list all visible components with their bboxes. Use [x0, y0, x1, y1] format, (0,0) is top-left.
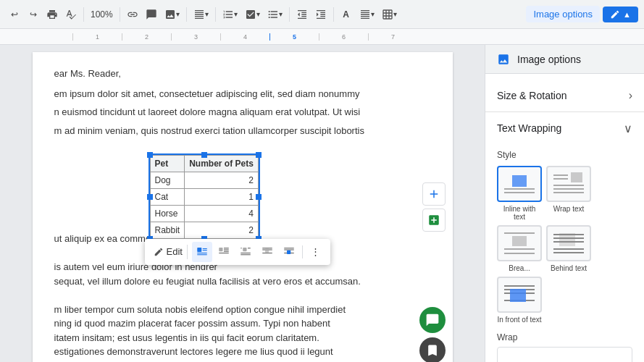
ft-more-btn[interactable]: ⋮: [306, 242, 326, 262]
ruler-mark-4: 4: [220, 33, 269, 41]
edit-image-side-icon[interactable]: [422, 209, 446, 232]
svg-rect-0: [197, 248, 201, 252]
panel-title: Image options: [517, 54, 581, 65]
indent-inc-button[interactable]: [312, 4, 330, 25]
panel-header-icon: [497, 53, 510, 66]
ruler-mark-5: 5: [269, 33, 319, 41]
table-cell-pet: Dog: [150, 172, 185, 189]
table-header-pet: Pet: [150, 156, 185, 172]
style-card-inline[interactable]: Inline with text: [497, 166, 542, 221]
svg-rect-32: [512, 236, 527, 246]
main-toolbar: ↩ ↪ 100% ▾ ▾ ▾ ▾ ▾ A ▾: [0, 0, 644, 29]
data-table: Pet Number of Pets Dog 2 Cat 1: [150, 155, 259, 239]
undo-button[interactable]: ↩: [6, 4, 23, 25]
style-card-infront[interactable]: In front of text: [497, 277, 542, 324]
align-button[interactable]: ▾: [191, 4, 212, 25]
style-wrap-label: Wrap text: [553, 205, 585, 213]
edit-mode-button[interactable]: ▲: [603, 7, 638, 22]
ruler-mark-2: 2: [122, 33, 171, 41]
ft-break-btn[interactable]: [235, 242, 256, 262]
svg-rect-5: [219, 248, 222, 251]
ft-inline-btn[interactable]: [192, 242, 212, 262]
table-cell-count: 2: [185, 172, 259, 189]
redo-button[interactable]: ↪: [25, 4, 42, 25]
style-card-behind[interactable]: Behind text: [546, 225, 591, 272]
bottom-icons: [419, 307, 446, 362]
table-cell-pet: Rabbit: [150, 222, 185, 239]
divider-5: [289, 7, 290, 22]
divider-4: [215, 7, 216, 22]
table-row: Cat 1: [150, 189, 258, 206]
table-handle-tr[interactable]: [256, 152, 262, 158]
style-inline-label: Inline with text: [497, 205, 542, 221]
svg-rect-17: [265, 249, 269, 253]
table-handle-tl[interactable]: [147, 152, 153, 158]
ruler-mark-1: 1: [72, 33, 122, 41]
wrap-input[interactable]: [497, 347, 632, 362]
greeting-text: ear Ms. Reader,: [54, 68, 122, 79]
table-handle-tm[interactable]: [201, 152, 207, 158]
style-card-wrap[interactable]: Wrap text: [546, 166, 591, 221]
doc-para-7: m liber tempor cum soluta nobis eleifend…: [54, 303, 417, 317]
table-handle-mr[interactable]: [256, 194, 262, 200]
bookmark-icon-button[interactable]: [419, 337, 446, 362]
doc-para-9: itatem insitam; est usus legentis in iis…: [54, 331, 417, 345]
ol-button[interactable]: ▾: [219, 4, 241, 25]
wrap-label: Wrap: [497, 332, 632, 342]
chat-icon-button[interactable]: [419, 307, 446, 333]
table-cell-count: 4: [185, 206, 259, 222]
style-card-break[interactable]: Brea...: [497, 225, 542, 272]
float-toolbar: Edit ⋮: [145, 239, 330, 265]
print-button[interactable]: [43, 4, 61, 25]
more-align-button[interactable]: ▾: [356, 4, 377, 25]
text-wrapping-content: Style Inline with text: [485, 144, 644, 362]
ft-front-btn[interactable]: [279, 242, 299, 262]
doc-para-2: n euismod tincidunt ut laoreet dolore ma…: [54, 105, 417, 119]
text-color-button[interactable]: A: [338, 4, 355, 25]
doc-para-1: em ipsum dolor sit amet, consectetuer ad…: [54, 87, 417, 101]
divider-3: [186, 7, 187, 22]
text-wrapping-chevron: ∨: [624, 122, 632, 135]
edit-label: Edit: [167, 245, 183, 259]
add-side-icon[interactable]: [422, 182, 446, 206]
size-rotation-header[interactable]: Size & Rotation ›: [485, 80, 644, 111]
table-row: Horse 4: [150, 206, 258, 222]
ft-behind-btn[interactable]: [257, 242, 277, 262]
text-wrapping-header[interactable]: Text Wrapping ∨: [485, 112, 644, 144]
link-button[interactable]: [124, 4, 141, 25]
style-preview-wrap: [546, 166, 591, 202]
ruler: 1 2 3 4 5 6 7: [0, 29, 644, 45]
table-opts-button[interactable]: ▾: [379, 4, 400, 25]
table-header-count: Number of Pets: [185, 156, 259, 172]
zoom-selector[interactable]: 100%: [88, 4, 116, 25]
divider-2: [120, 7, 120, 22]
indent-dec-button[interactable]: [293, 4, 311, 25]
doc-para-8: ning id quod mazim placerat facer possim…: [54, 316, 417, 331]
table-handle-ml[interactable]: [147, 194, 153, 200]
style-behind-label: Behind text: [551, 264, 587, 272]
panel-header: Image options: [485, 45, 644, 74]
ul-button[interactable]: ▾: [264, 4, 285, 25]
comment-button[interactable]: [143, 4, 160, 25]
table-container: Pet Number of Pets Dog 2 Cat 1: [149, 153, 260, 240]
doc-para-10: estigationes demonstraverunt lectores le…: [54, 345, 417, 359]
style-infront-label: In front of text: [497, 316, 541, 324]
ruler-mark-3: 3: [171, 33, 220, 41]
ft-wrap-btn[interactable]: [214, 242, 234, 262]
ft-sep: [302, 245, 303, 258]
size-rotation-chevron: ›: [629, 89, 632, 102]
image-button[interactable]: ▾: [162, 4, 183, 25]
checklist-button[interactable]: ▾: [242, 4, 263, 25]
style-cards: Inline with text: [497, 166, 632, 324]
svg-rect-46: [510, 289, 526, 302]
doc-para-3: m ad minim veniam, quis nostrud exerci t…: [54, 124, 417, 138]
table-row: Dog 2: [150, 172, 258, 189]
main-area: ear Ms. Reader, em ipsum dolor sit amet,…: [0, 45, 644, 362]
spellcheck-button[interactable]: [62, 4, 80, 25]
edit-label-container[interactable]: Edit: [149, 245, 188, 259]
size-rotation-section: Size & Rotation ›: [485, 80, 644, 112]
svg-rect-26: [571, 172, 582, 182]
right-panel: Image options Size & Rotation › Text Wra…: [485, 45, 644, 362]
divider-1: [83, 7, 84, 22]
size-rotation-title: Size & Rotation: [497, 90, 567, 101]
